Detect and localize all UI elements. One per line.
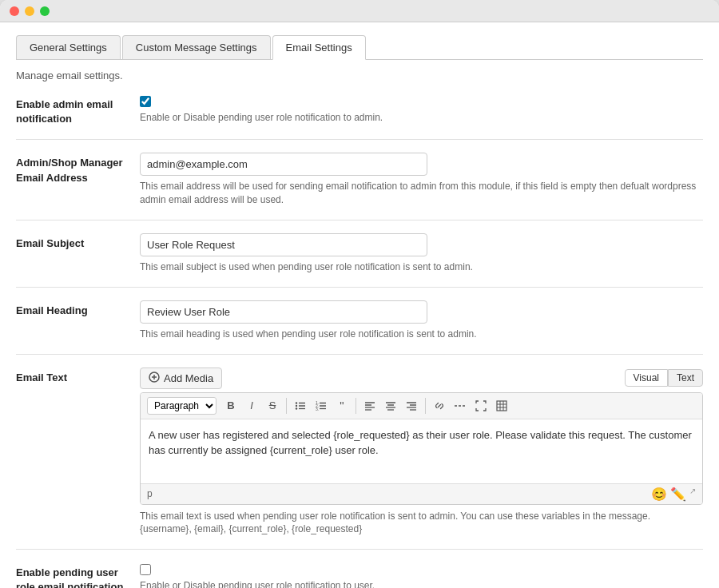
- smiley-icon[interactable]: 😊: [651, 487, 667, 502]
- admin-email-label: Admin/Shop Manager Email Address: [16, 153, 140, 185]
- divider-5: [16, 549, 703, 550]
- email-subject-row: Email Subject This email subject is used…: [16, 233, 703, 274]
- italic-button[interactable]: I: [242, 396, 261, 415]
- admin-email-row: Admin/Shop Manager Email Address This em…: [16, 153, 703, 207]
- text-tab[interactable]: Text: [668, 369, 703, 387]
- content-area: General Settings Custom Message Settings…: [0, 22, 719, 588]
- editor-footer-tag: p: [147, 488, 153, 499]
- toolbar-sep-3: [425, 398, 426, 414]
- svg-point-3: [296, 402, 297, 403]
- admin-email-control: This email address will be used for send…: [140, 153, 703, 207]
- editor-toolbar: Paragraph B I S 1.2.3.: [141, 393, 702, 419]
- email-subject-input[interactable]: [140, 233, 427, 256]
- editor-outer: Add Media Visual Text Paragraph: [140, 368, 703, 537]
- add-media-label: Add Media: [164, 372, 213, 384]
- enable-admin-email-hint: Enable or Disable pending user role noti…: [140, 111, 699, 125]
- admin-email-input[interactable]: [140, 153, 427, 176]
- email-text-label: Email Text: [16, 368, 140, 385]
- add-media-button[interactable]: Add Media: [140, 368, 222, 389]
- enable-pending-user-hint: Enable or Disable pending user role noti…: [140, 579, 699, 588]
- edit-icon[interactable]: ✏️: [670, 487, 686, 502]
- svg-point-5: [296, 404, 297, 406]
- svg-point-7: [296, 407, 297, 409]
- email-subject-hint: This email subject is used when pending …: [140, 260, 699, 274]
- bold-button[interactable]: B: [221, 396, 240, 415]
- enable-admin-email-label: Enable admin email notification: [16, 94, 140, 126]
- editor-top-row: Add Media Visual Text: [140, 368, 703, 389]
- email-text-hint: This email text is used when pending use…: [140, 510, 699, 537]
- enable-pending-user-checkbox[interactable]: [140, 564, 151, 575]
- minimize-dot[interactable]: [25, 6, 34, 16]
- svg-text:3.: 3.: [316, 407, 319, 411]
- ordered-list-button[interactable]: 1.2.3.: [312, 396, 331, 415]
- align-left-button[interactable]: [360, 396, 379, 415]
- table-button[interactable]: [492, 396, 511, 415]
- tab-custom-message-settings[interactable]: Custom Message Settings: [122, 35, 271, 59]
- tab-bar: General Settings Custom Message Settings…: [16, 35, 703, 60]
- resize-handle[interactable]: ↗: [689, 487, 696, 502]
- divider-1: [16, 139, 703, 140]
- visual-tab[interactable]: Visual: [625, 369, 668, 387]
- email-heading-input[interactable]: [140, 300, 427, 324]
- enable-admin-email-checkbox[interactable]: [140, 96, 151, 107]
- align-center-button[interactable]: [381, 396, 400, 415]
- enable-pending-user-label: Enable pending user role email notificat…: [16, 562, 140, 588]
- fullscreen-button[interactable]: [471, 396, 491, 415]
- editor-footer: p 😊 ✏️ ↗: [141, 483, 702, 504]
- link-button[interactable]: [430, 396, 449, 415]
- editor-footer-icons: 😊 ✏️ ↗: [651, 487, 696, 502]
- toolbar-sep-1: [286, 398, 287, 414]
- maximize-dot[interactable]: [40, 6, 50, 16]
- manage-text: Manage email settings.: [16, 70, 703, 81]
- toolbar-sep-2: [356, 398, 356, 414]
- enable-admin-email-row: Enable admin email notification Enable o…: [16, 94, 703, 126]
- close-dot[interactable]: [10, 6, 19, 16]
- align-right-button[interactable]: [402, 396, 421, 415]
- tab-email-settings[interactable]: Email Settings: [272, 35, 366, 60]
- app-window: General Settings Custom Message Settings…: [0, 0, 719, 588]
- editor-wrapper: Paragraph B I S 1.2.3.: [140, 392, 703, 505]
- unordered-list-button[interactable]: [291, 396, 310, 415]
- divider-3: [16, 287, 703, 288]
- email-heading-label: Email Heading: [16, 300, 140, 318]
- email-text-control: Add Media Visual Text Paragraph: [140, 368, 703, 537]
- email-text-body[interactable]: A new user has registered and selected {…: [141, 419, 702, 483]
- email-heading-hint: This email heading is used when pending …: [140, 328, 699, 341]
- enable-pending-user-row: Enable pending user role email notificat…: [16, 562, 703, 588]
- admin-email-hint: This email address will be used for send…: [140, 180, 699, 207]
- email-subject-label: Email Subject: [16, 233, 140, 251]
- blockquote-button[interactable]: ": [332, 396, 352, 415]
- email-text-row: Email Text Add: [16, 368, 703, 537]
- add-media-icon: [149, 371, 160, 385]
- email-heading-row: Email Heading This email heading is used…: [16, 300, 703, 341]
- divider-4: [16, 354, 703, 355]
- enable-admin-email-control: Enable or Disable pending user role noti…: [140, 94, 703, 125]
- enable-pending-user-control: Enable or Disable pending user role noti…: [140, 562, 703, 588]
- email-subject-control: This email subject is used when pending …: [140, 233, 703, 274]
- strikethrough-button[interactable]: S: [263, 396, 282, 415]
- email-heading-control: This email heading is used when pending …: [140, 300, 703, 341]
- tab-general-settings[interactable]: General Settings: [16, 35, 121, 59]
- divider-2: [16, 220, 703, 220]
- enable-pending-user-checkbox-wrapper: [140, 562, 703, 575]
- insert-more-button[interactable]: [451, 396, 470, 415]
- titlebar: [0, 0, 719, 22]
- svg-rect-28: [497, 401, 506, 411]
- visual-text-tab-group: Visual Text: [625, 369, 703, 387]
- paragraph-select[interactable]: Paragraph: [147, 397, 216, 415]
- enable-admin-email-checkbox-wrapper: [140, 94, 703, 107]
